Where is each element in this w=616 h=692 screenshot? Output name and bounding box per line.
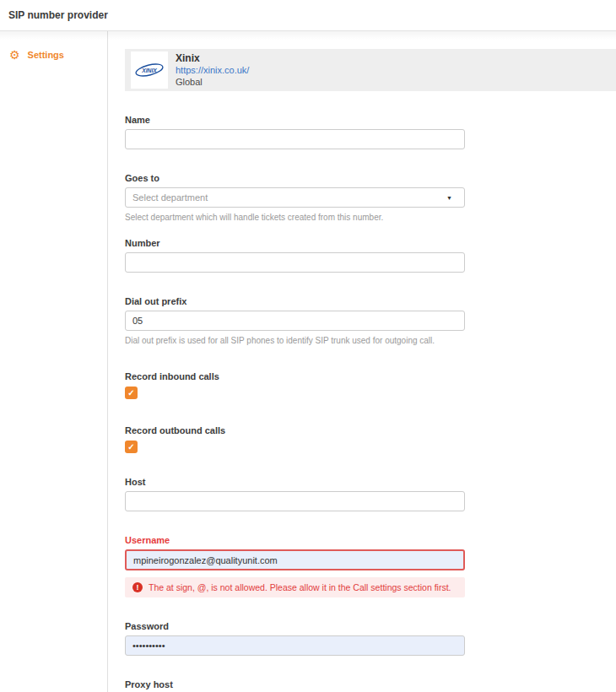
provider-scope: Global — [176, 76, 249, 88]
goes-to-helper-text: Select department which will handle tick… — [125, 213, 465, 222]
proxy-host-label: Proxy host — [125, 679, 465, 689]
proxy-host-group: Proxy host ▼ — [125, 679, 465, 692]
xinix-logo: XINIX — [131, 51, 168, 89]
gear-icon: ⚙ — [9, 49, 20, 61]
provider-url-link[interactable]: https://xinix.co.uk/ — [176, 64, 249, 76]
check-icon: ✓ — [127, 389, 134, 397]
sidebar-item-label: Settings — [28, 50, 64, 60]
host-input[interactable] — [125, 491, 465, 511]
sidebar: ⚙ Settings — [0, 31, 108, 692]
provider-name: Xinix — [176, 52, 249, 64]
dial-out-prefix-group: Dial out prefix Dial out prefix is used … — [125, 296, 465, 345]
provider-card: XINIX Xinix https://xinix.co.uk/ Global — [125, 49, 616, 91]
name-input[interactable] — [125, 129, 465, 149]
content-panel: XINIX Xinix https://xinix.co.uk/ Global … — [108, 31, 616, 692]
page-title: SIP number provider — [8, 9, 108, 21]
sidebar-item-settings[interactable]: ⚙ Settings — [0, 49, 107, 61]
record-inbound-label: Record inbound calls — [125, 371, 465, 381]
host-group: Host — [125, 477, 465, 511]
username-error-text: The at sign, @, is not allowed. Please a… — [149, 582, 451, 592]
dial-out-prefix-input[interactable] — [125, 311, 465, 331]
number-group: Number — [125, 238, 465, 273]
department-select[interactable]: Select department ▼ — [125, 187, 465, 208]
name-label: Name — [125, 115, 465, 125]
username-group: Username ! The at sign, @, is not allowe… — [125, 535, 465, 597]
record-outbound-label: Record outbound calls — [125, 425, 465, 435]
record-outbound-checkbox[interactable]: ✓ — [125, 441, 138, 453]
svg-text:XINIX: XINIX — [141, 68, 157, 73]
host-label: Host — [125, 477, 465, 487]
chevron-down-icon: ▼ — [446, 195, 452, 201]
username-input[interactable] — [125, 549, 465, 570]
name-group: Name — [125, 115, 465, 149]
number-input[interactable] — [125, 252, 465, 273]
password-input[interactable] — [125, 635, 465, 656]
password-label: Password — [125, 621, 465, 631]
error-exclamation-icon: ! — [132, 582, 143, 592]
sip-provider-form: Name Goes to Select department ▼ Select … — [125, 115, 465, 692]
dial-out-prefix-label: Dial out prefix — [125, 296, 465, 306]
record-inbound-group: Record inbound calls ✓ — [125, 371, 465, 399]
dial-out-prefix-helper-text: Dial out prefix is used for all SIP phon… — [125, 336, 465, 345]
username-error-message: ! The at sign, @, is not allowed. Please… — [125, 577, 465, 597]
goes-to-group: Goes to Select department ▼ Select depar… — [125, 173, 465, 222]
check-icon: ✓ — [127, 443, 134, 451]
password-group: Password — [125, 621, 465, 656]
username-label: Username — [125, 535, 465, 545]
department-select-placeholder: Select department — [132, 192, 208, 203]
page-header: SIP number provider — [0, 0, 616, 31]
record-outbound-group: Record outbound calls ✓ — [125, 425, 465, 453]
goes-to-label: Goes to — [125, 173, 465, 183]
record-inbound-checkbox[interactable]: ✓ — [125, 387, 138, 399]
number-label: Number — [125, 238, 465, 248]
